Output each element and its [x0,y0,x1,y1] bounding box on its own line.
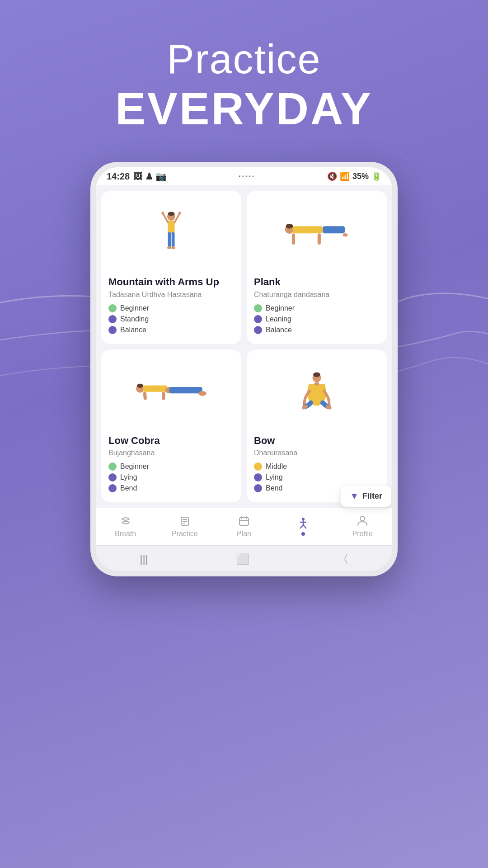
svg-line-4 [175,214,180,222]
hero-section: Practice EVERYDAY [115,36,372,135]
status-icons: 🖼 ♟ 📷 [133,171,167,182]
filter-label: Filter [362,491,382,501]
svg-point-27 [313,372,320,377]
svg-rect-2 [168,221,175,233]
tag-label: Balance [120,326,146,334]
poses-grid: Mountain with Arms Up Tadasana Urdhva Ha… [96,185,392,508]
profile-icon [355,514,370,528]
tag-beginner-plank: Beginner [254,304,380,312]
svg-line-43 [303,525,306,528]
svg-rect-15 [318,233,321,245]
breath-icon [118,514,133,528]
gesture-back[interactable]: ||| [140,553,148,566]
tag-balance-mountain: Balance [108,326,234,334]
nav-item-breath[interactable]: Breath [108,514,144,538]
svg-rect-24 [169,387,202,393]
svg-rect-7 [168,232,171,247]
dot-bend [254,484,262,492]
pose-title-cobra: Low Cobra [108,434,234,448]
status-bar: 14:28 🖼 ♟ 📷 ····· 🔇 📶 35% 🔋 [96,167,392,185]
tag-lying-cobra: Lying [108,473,234,481]
wifi-icon: 📶 [340,171,350,181]
status-time: 14:28 [107,171,130,182]
svg-line-42 [300,525,303,528]
battery-level: 35% [352,172,369,181]
svg-rect-35 [239,518,249,525]
pose-image-mountain [108,198,234,270]
svg-rect-21 [143,392,147,400]
dot-beginner [108,304,117,312]
tag-label: Leaning [266,315,291,323]
tag-balance-plank: Balance [254,326,380,334]
pose-subtitle-mountain: Tadasana Urdhva Hastasana [108,291,234,299]
pose-card-mountain[interactable]: Mountain with Arms Up Tadasana Urdhva Ha… [101,191,241,344]
nav-item-practice[interactable]: Practice [167,514,203,538]
pose-subtitle-plank: Chaturanga dandasana [254,291,380,299]
tag-label: Bend [120,484,137,492]
phone-shell: 14:28 🖼 ♟ 📷 ····· 🔇 📶 35% 🔋 [90,162,398,576]
tag-label: Bend [266,484,282,492]
svg-point-12 [286,224,293,229]
svg-rect-17 [343,233,348,236]
mountain-pose-svg [151,203,192,266]
status-center: ····· [239,172,255,180]
svg-rect-16 [323,226,345,233]
phone-inner: 14:28 🖼 ♟ 📷 ····· 🔇 📶 35% 🔋 [96,167,392,571]
status-left: 14:28 🖼 ♟ 📷 [107,171,167,182]
gesture-home[interactable]: ⬜ [236,553,249,566]
poses-icon [296,516,310,530]
pose-card-bow[interactable]: Bow Dhanurasana Middle Lying Bend ▼ [247,349,387,503]
pose-title-bow: Bow [254,434,380,448]
pose-subtitle-cobra: Bujanghasana [108,449,234,457]
nav-item-profile[interactable]: Profile [344,514,380,538]
pose-image-bow [254,357,380,429]
tag-beginner-mountain: Beginner [108,304,234,312]
dot-lying [108,473,117,481]
svg-point-6 [178,212,181,215]
bottom-nav: Breath Practice Pl [96,508,392,545]
tag-leaning-plank: Leaning [254,315,380,323]
hero-line1: Practice [115,36,372,83]
nav-label-plan: Plan [237,530,251,538]
svg-point-1 [168,212,175,216]
tag-label: Middle [266,462,287,471]
dot-beginner [254,304,262,312]
svg-rect-22 [162,392,165,400]
nav-label-profile: Profile [352,530,373,538]
dot-balance [254,326,262,334]
nav-item-plan[interactable]: Plan [226,514,262,538]
svg-line-3 [163,214,168,222]
plank-pose-svg [281,214,353,255]
nav-active-dot [301,532,305,536]
nav-item-poses[interactable] [285,516,321,536]
cobra-pose-svg [133,376,210,410]
svg-point-10 [171,246,175,249]
nav-label-practice: Practice [172,530,198,538]
dot-bend [108,484,117,492]
tag-standing-mountain: Standing [108,315,234,323]
battery-icon: 🔋 [371,171,381,181]
practice-icon [178,514,192,528]
pose-title-mountain: Mountain with Arms Up [108,276,234,289]
svg-rect-28 [314,382,319,385]
dot-standing [108,315,117,323]
pose-card-cobra[interactable]: Low Cobra Bujanghasana Beginner Lying Be… [101,349,241,503]
svg-rect-20 [143,385,167,392]
gesture-bar: ||| ⬜ 〈 [96,545,392,571]
tag-label: Balance [266,326,292,334]
tag-label: Beginner [266,304,295,312]
pose-card-plank[interactable]: Plank Chaturanga dandasana Beginner Lean… [247,191,387,344]
pose-subtitle-bow: Dhanurasana [254,449,380,457]
tag-label: Lying [266,473,283,481]
tag-bend-cobra: Bend [108,484,234,492]
svg-point-9 [167,246,171,249]
svg-rect-13 [293,226,323,233]
dot-beginner [108,462,117,471]
pose-image-cobra [108,357,234,429]
gesture-recents[interactable]: 〈 [338,552,348,566]
filter-button[interactable]: ▼ Filter [341,486,391,507]
svg-point-44 [360,516,365,521]
dot-leaning [254,315,262,323]
dot-lying [254,473,262,481]
tag-beginner-cobra: Beginner [108,462,234,471]
